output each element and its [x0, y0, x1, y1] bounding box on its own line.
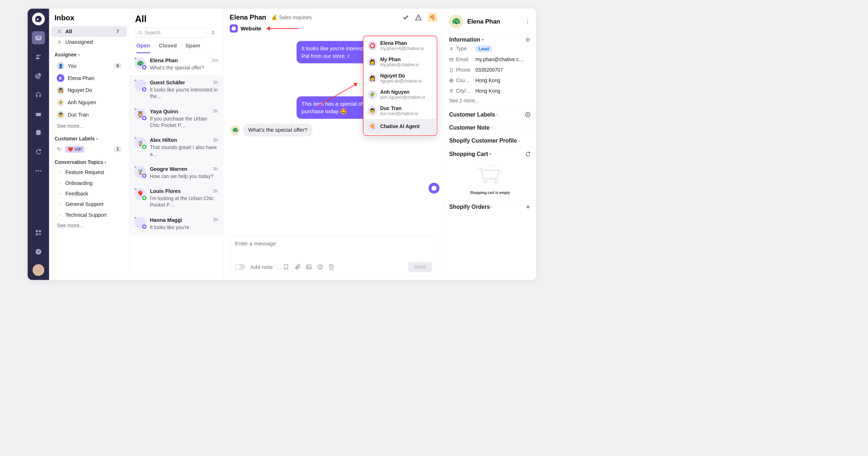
- svg-rect-10: [36, 230, 38, 232]
- section-assignee[interactable]: Assignee▾: [49, 47, 129, 60]
- shopify-icon[interactable]: [328, 264, 335, 270]
- dropdown-item[interactable]: ⭕Elena Phanmy.phan+6@chative.io: [363, 38, 437, 54]
- nav-contacts[interactable]: [32, 50, 45, 63]
- view-all[interactable]: All 7: [51, 26, 127, 37]
- channel-icon: [230, 25, 238, 33]
- section-shopify-orders[interactable]: Shopify Orders›: [449, 204, 531, 210]
- section-customer-labels[interactable]: Customer Labels›: [449, 111, 531, 118]
- thread-item[interactable]: 🧋Alex Hilton3hThat sounds great! I also …: [129, 133, 223, 162]
- svg-rect-5: [36, 111, 41, 113]
- thread-item[interactable]: 🦉Yaya Quinn3hIf you purchase the Urban C…: [129, 104, 223, 133]
- plus-icon[interactable]: [525, 111, 531, 117]
- customer-avatar: 🦚: [230, 125, 240, 135]
- brand-logo[interactable]: [32, 13, 44, 25]
- thread-name: Hanna Maggi: [150, 217, 182, 223]
- inquiry-tag: 💰Sales Inquiries: [271, 14, 312, 20]
- section-shopify-profile[interactable]: Shopify Customer Profile›: [449, 138, 531, 144]
- thread-item[interactable]: 🎈Louis Flores3hI'm looking at the Urban …: [129, 184, 223, 213]
- thread-item[interactable]: 🧋Geogre Warren3hHow can we help you toda…: [129, 162, 223, 184]
- chat-bubble-icon: [34, 15, 42, 23]
- dropdown-item[interactable]: 🌵Anh Nguyenanh.nguyen@chative.io: [363, 86, 437, 103]
- svg-point-7: [35, 170, 37, 172]
- topic-feedback[interactable]: ◦Feedback: [51, 189, 127, 199]
- attach-icon[interactable]: [294, 264, 301, 270]
- nav-help[interactable]: ?: [32, 245, 45, 258]
- customer-name: Elena Phan: [467, 18, 500, 25]
- nav-campaigns[interactable]: [32, 107, 45, 120]
- channel-badge: [141, 173, 147, 178]
- assignee-seemore[interactable]: See more...: [51, 121, 127, 131]
- topic-onboarding[interactable]: ◦Onboarding: [51, 178, 127, 188]
- label-vip[interactable]: ❤️ VIP1: [51, 144, 127, 155]
- emoji-icon[interactable]: [317, 264, 323, 270]
- assignee-you[interactable]: 👤You6: [51, 60, 127, 72]
- dropdown-item[interactable]: 🍕Chative AI Agent: [363, 119, 437, 134]
- section-labels[interactable]: Customer Labels▾: [49, 131, 129, 144]
- search-input[interactable]: Search: [135, 28, 207, 38]
- assignee-elena[interactable]: ◐Elena Phan: [51, 72, 127, 84]
- image-icon[interactable]: [306, 264, 312, 270]
- assignee-anh[interactable]: 🌵Anh Nguyen: [51, 96, 127, 109]
- mail-icon: [449, 58, 454, 62]
- check-icon[interactable]: [403, 14, 409, 21]
- thread-time: 1m: [212, 58, 218, 64]
- thread-time: 3h: [213, 188, 218, 194]
- section-shopping-cart[interactable]: Shopping Cart▾: [449, 151, 531, 157]
- tab-closed[interactable]: Closed: [159, 42, 177, 53]
- channel-badge: [141, 64, 147, 70]
- thread-item[interactable]: Guest Schäfer3hIt looks like you're inte…: [129, 76, 223, 105]
- sort-button[interactable]: [209, 28, 218, 37]
- tab-spam[interactable]: Spam: [186, 42, 200, 53]
- list-tabs: Open Closed Spam: [129, 38, 223, 53]
- nav-data[interactable]: [32, 126, 45, 139]
- settings-icon[interactable]: [525, 37, 531, 43]
- dropdown-item[interactable]: 👩My Phanmy.phan@chative.io: [363, 54, 437, 70]
- refresh-icon[interactable]: [525, 151, 531, 157]
- assignee-dropdown: ⭕Elena Phanmy.phan+6@chative.io👩My Phanm…: [363, 36, 437, 136]
- bookmark-icon[interactable]: [283, 264, 289, 270]
- section-topics[interactable]: Conversation Topics▾: [49, 155, 129, 167]
- topic-feature[interactable]: ◦Feature Request: [51, 167, 127, 178]
- note-toggle[interactable]: [235, 264, 245, 270]
- info-seemore[interactable]: See 2 more...: [449, 96, 531, 105]
- nav-apps[interactable]: [32, 226, 45, 239]
- send-button[interactable]: Send: [408, 262, 432, 272]
- topic-support[interactable]: ◦General Support: [51, 199, 127, 210]
- thread-avatar: 🦚: [135, 58, 146, 69]
- ai-agent-chip[interactable]: 🍕: [428, 13, 437, 22]
- nav-live[interactable]: [32, 88, 45, 101]
- view-unassigned[interactable]: Unassigned: [51, 37, 127, 47]
- database-icon: [35, 130, 42, 136]
- warning-icon[interactable]: [415, 14, 422, 21]
- thread-name: Geogre Warren: [150, 166, 187, 172]
- svg-point-40: [494, 180, 497, 183]
- topic-icon: ◦: [57, 202, 62, 207]
- dropdown-avatar: 🌵: [367, 90, 377, 99]
- assignee-duc[interactable]: 👨Duc Tran: [51, 109, 127, 121]
- svg-point-0: [37, 18, 39, 20]
- nav-automation[interactable]: [32, 145, 45, 158]
- dropdown-item[interactable]: 👩Nguyet Donguyet.do@chative.io: [363, 70, 437, 86]
- channel-badge: [141, 224, 147, 229]
- kebab-menu[interactable]: ⋮: [525, 18, 531, 25]
- thread-item[interactable]: 🦚Elena Phan1mWhat's the special offer?: [129, 54, 223, 76]
- nav-more[interactable]: [32, 164, 45, 177]
- topics-seemore[interactable]: See more...: [51, 220, 127, 231]
- tab-open[interactable]: Open: [136, 42, 150, 53]
- conversation-header: Elena Phan 💰Sales Inquiries 🍕 Website: [224, 9, 444, 36]
- thread-snippet: What's the special offer?: [150, 64, 218, 71]
- svg-point-9: [40, 170, 41, 172]
- assignee-nguyet[interactable]: 👩Nguyet Do: [51, 84, 127, 97]
- composer-input[interactable]: [235, 240, 432, 261]
- thread-item[interactable]: Hanna Maggi3hIt looks like you're: [129, 213, 223, 235]
- nav-inbox[interactable]: [32, 31, 45, 44]
- nav-reports[interactable]: [32, 69, 45, 82]
- section-information[interactable]: Information▾: [449, 37, 531, 43]
- plus-icon[interactable]: [526, 204, 531, 210]
- topic-tech[interactable]: ◦Technical Support: [51, 210, 127, 220]
- section-customer-note[interactable]: Customer Note›: [449, 124, 531, 131]
- svg-point-24: [143, 175, 145, 177]
- svg-point-26: [143, 225, 145, 228]
- current-user-avatar[interactable]: [33, 264, 44, 276]
- dropdown-item[interactable]: 👨Duc Tranduc.tran@chative.io: [363, 103, 437, 119]
